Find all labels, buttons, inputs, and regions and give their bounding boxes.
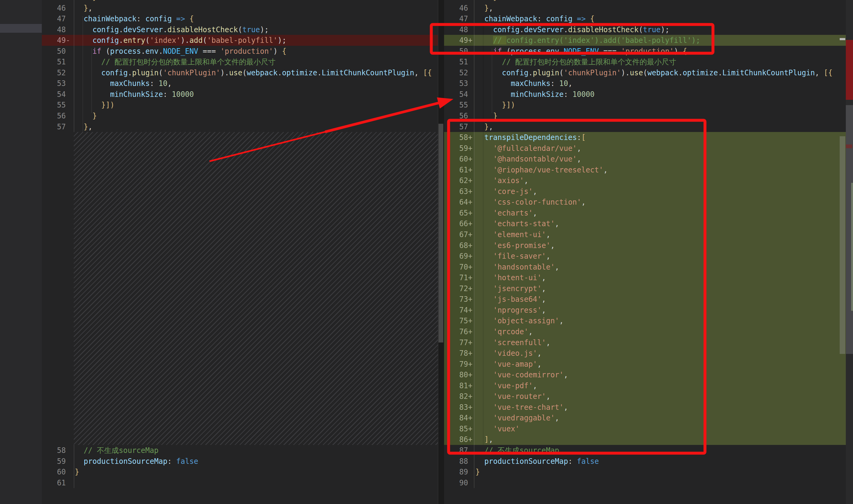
code-line-53[interactable]: 53 maxChunks: 10,	[42, 78, 438, 89]
code-line-62[interactable]: 62+ 'axios',	[444, 175, 846, 186]
gutter[interactable]: 90	[444, 478, 474, 488]
code-line-56[interactable]: 56 }	[444, 110, 846, 121]
code-line-70[interactable]: 70+ 'handsontable',	[444, 262, 846, 272]
gutter[interactable]: 72+	[444, 283, 474, 294]
line-number[interactable]: 62	[444, 175, 468, 186]
line-number[interactable]: 55	[42, 100, 66, 110]
line-number[interactable]: 87	[444, 445, 468, 456]
code-line-51[interactable]: 51 // 配置打包时分包的数量上限和单个文件的最小尺寸	[42, 56, 438, 67]
gutter[interactable]: 83+	[444, 402, 474, 413]
code-text[interactable]: if (process.env.NODE_ENV === 'production…	[474, 46, 846, 57]
line-number[interactable]: 53	[444, 78, 468, 89]
code-text[interactable]: 'handsontable',	[474, 262, 846, 272]
gutter[interactable]: 63+	[444, 186, 474, 197]
code-line-52[interactable]: 52 config.plugin('chunkPlugin').use(webp…	[444, 67, 846, 78]
code-line-71[interactable]: 71+ 'hotent-ui',	[444, 272, 846, 283]
code-text[interactable]: 'echarts',	[474, 208, 846, 218]
code-text[interactable]: // 不生成sourceMap	[474, 445, 846, 456]
code-line-88[interactable]: 88 productionSourceMap: false	[444, 456, 846, 467]
line-number[interactable]: 52	[444, 67, 468, 78]
overview-ruler[interactable]	[846, 0, 853, 504]
code-text[interactable]: // config.entry('index').add('babel-poly…	[474, 35, 846, 46]
code-text[interactable]: chainWebpack: config => {	[74, 13, 438, 24]
code-line-50[interactable]: 50 if (process.env.NODE_ENV === 'product…	[444, 46, 846, 57]
line-number[interactable]: 54	[42, 89, 66, 100]
code-text[interactable]: 'file-saver',	[474, 251, 846, 262]
code-line-45[interactable]: 45 }	[42, 0, 438, 3]
code-text[interactable]: 'vue-tree-chart',	[474, 402, 846, 413]
line-number[interactable]: 49	[42, 35, 66, 46]
line-number[interactable]: 77	[444, 337, 468, 348]
line-number[interactable]: 51	[444, 56, 468, 67]
code-text[interactable]: }	[474, 110, 846, 121]
code-text[interactable]: // 配置打包时分包的数量上限和单个文件的最小尺寸	[474, 56, 846, 67]
gutter[interactable]: 58+	[444, 132, 474, 143]
line-number[interactable]: 75	[444, 315, 468, 326]
gutter[interactable]: 73+	[444, 294, 474, 305]
code-line-87[interactable]: 87 // 不生成sourceMap	[444, 445, 846, 456]
gutter[interactable]: 88	[444, 456, 474, 467]
right-pane-scrollbar-thumb[interactable]	[840, 136, 845, 354]
line-number[interactable]: 51	[42, 56, 66, 67]
gutter[interactable]: 87	[444, 445, 474, 456]
code-line-57[interactable]: 57 },	[444, 121, 846, 132]
line-number[interactable]: 58	[42, 445, 66, 456]
code-text[interactable]: 'css-color-function',	[474, 197, 846, 208]
line-number[interactable]: 65	[444, 208, 468, 218]
code-text[interactable]: 'vue-codemirror',	[474, 370, 846, 380]
gutter[interactable]: 52	[42, 67, 74, 78]
gutter[interactable]: 79+	[444, 359, 474, 370]
code-text[interactable]: '@handsontable/vue',	[474, 154, 846, 164]
code-text[interactable]: 'echarts-stat',	[474, 218, 846, 229]
line-number[interactable]: 50	[42, 46, 66, 57]
gutter[interactable]: 61	[42, 478, 74, 488]
code-line-61[interactable]: 61+ '@riophae/vue-treeselect',	[444, 164, 846, 175]
code-text[interactable]: },	[474, 121, 846, 132]
code-line-79[interactable]: 79+ 'vue-amap',	[444, 359, 846, 370]
gutter[interactable]: 71+	[444, 272, 474, 283]
code-text[interactable]: },	[474, 3, 846, 14]
line-number[interactable]: 48	[42, 24, 66, 35]
line-number[interactable]: 82	[444, 391, 468, 402]
gutter[interactable]: 45	[444, 0, 474, 3]
line-number[interactable]: 56	[444, 110, 468, 121]
gutter[interactable]: 64+	[444, 197, 474, 208]
gutter[interactable]: 60	[42, 467, 74, 478]
line-number[interactable]: 64	[444, 197, 468, 208]
gutter[interactable]: 47	[444, 13, 474, 24]
code-text[interactable]: }	[474, 0, 846, 3]
line-number[interactable]: 86	[444, 434, 468, 445]
gutter[interactable]: 75+	[444, 315, 474, 326]
code-line-86[interactable]: 86+ ],	[444, 434, 846, 445]
code-line-73[interactable]: 73+ 'js-base64',	[444, 294, 846, 305]
line-number[interactable]: 67	[444, 229, 468, 240]
gutter[interactable]: 61+	[444, 164, 474, 175]
code-line-85[interactable]: 85+ 'vuex'	[444, 424, 846, 434]
code-text[interactable]: config.plugin('chunkPlugin').use(webpack…	[474, 67, 846, 78]
code-line-60[interactable]: 60}	[42, 467, 438, 478]
code-text[interactable]: }])	[74, 100, 438, 110]
code-line-54[interactable]: 54 minChunkSize: 10000	[444, 89, 846, 100]
code-line-48[interactable]: 48 config.devServer.disableHostCheck(tru…	[444, 24, 846, 35]
line-number[interactable]: 56	[42, 110, 66, 121]
line-number[interactable]: 48	[444, 24, 468, 35]
line-number[interactable]: 60	[42, 467, 66, 478]
code-text[interactable]: ],	[474, 434, 846, 445]
code-line-77[interactable]: 77+ 'screenfull',	[444, 337, 846, 348]
line-number[interactable]: 57	[444, 121, 468, 132]
gutter[interactable]: 58	[42, 445, 74, 456]
code-line-82[interactable]: 82+ 'vue-router',	[444, 391, 846, 402]
code-text[interactable]: if (process.env.NODE_ENV === 'production…	[74, 46, 438, 57]
gutter[interactable]: 53	[444, 78, 474, 89]
code-line-68[interactable]: 68+ 'es6-promise',	[444, 240, 846, 251]
gutter[interactable]: 46	[444, 3, 474, 14]
code-text[interactable]: '@fullcalendar/vue',	[474, 143, 846, 154]
code-text[interactable]: 'screenfull',	[474, 337, 846, 348]
line-number[interactable]: 84	[444, 412, 468, 424]
code-line-54[interactable]: 54 minChunkSize: 10000	[42, 89, 438, 100]
gutter[interactable]: 67+	[444, 229, 474, 240]
code-text[interactable]: minChunkSize: 10000	[74, 89, 438, 100]
gutter[interactable]: 54	[42, 89, 74, 100]
gutter[interactable]: 77+	[444, 337, 474, 348]
code-line-66[interactable]: 66+ 'echarts-stat',	[444, 218, 846, 229]
